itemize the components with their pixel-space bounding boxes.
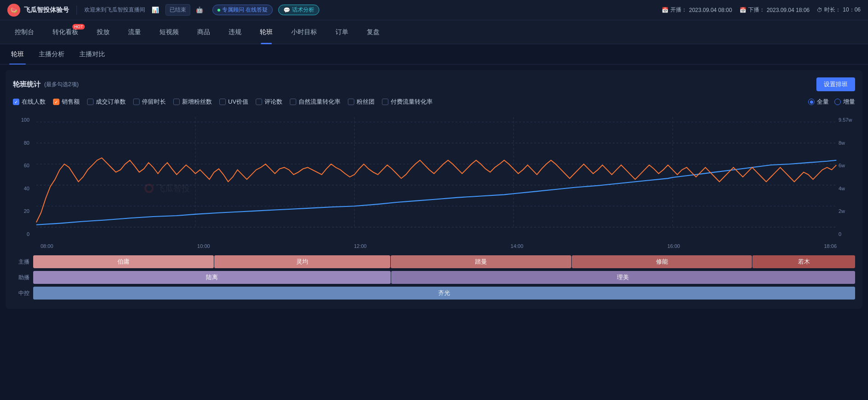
nav-item-traffic[interactable]: 流量 [121,20,148,44]
y-axis-left: 100 80 60 40 20 0 [13,112,31,241]
checkbox-natural-rate[interactable]: 自然流量转化率 [290,98,340,106]
radio-increment[interactable]: 增量 [834,98,855,106]
radio-full[interactable]: 全量 [808,98,829,106]
nav-item-orders[interactable]: 订单 [328,20,356,44]
host-segment-taman: 踏曼 [391,255,571,268]
assistant-segment-limei: 理美 [391,271,855,284]
checkbox-fans-group[interactable]: 粉丝团 [348,98,375,106]
time-info: 📅 开播： 2023.09.04 08:00 📅 下播： 2023.09.04 … [662,6,861,14]
stats-title: 轮班统计 (最多勾选2项) [13,80,79,89]
cb-paid-box [382,99,388,105]
checkbox-comments[interactable]: 评论数 [256,98,282,106]
control-schedule-row: 中控 齐光 [13,286,855,300]
end-time: 📅 下播： 2023.09.04 18:06 [739,6,809,14]
radio-increment-dot [834,99,841,105]
host-segment-lingjun: 灵均 [214,255,391,268]
nav-item-console[interactable]: 控制台 [7,20,41,44]
timeline: 08:00 10:00 12:00 14:00 16:00 18:06 [13,241,855,251]
cb-natural-box [290,99,296,105]
divider [76,6,77,15]
assistant-bar-container: 陆离 理美 [33,271,855,284]
clock-icon: ⏱ [817,7,822,13]
status-ended-badge: 已结束 [165,4,190,16]
host-schedule-row: 主播 伯庸 灵均 踏曼 修能 若木 [13,254,855,269]
control-bar-container: 齐光 [33,287,855,300]
checkbox-orders[interactable]: 成交订单数 [87,98,126,106]
control-label: 中控 [13,289,33,297]
assistant-schedule-row: 助播 陆离 理美 [13,270,855,285]
assistant-label: 助播 [13,274,33,282]
nav-item-products[interactable]: 商品 [190,20,217,44]
control-segment-qiguang: 齐光 [33,287,855,300]
nav-item-shifts[interactable]: 轮班 [252,20,280,44]
cb-sales-box: ✓ [53,99,59,105]
start-time: 📅 开播： 2023.09.04 08:00 [662,6,732,14]
chart-container: 100 80 60 40 20 0 9.57w 8w 6w 4w 2w 0 .g… [13,112,855,241]
main-nav: 控制台 转化看板 HOT 投放 流量 短视频 商品 违规 轮班 小时目标 订单 … [0,20,868,44]
host-segment-boyong: 伯庸 [33,255,214,268]
checkbox-newfans[interactable]: 新增粉丝数 [173,98,212,106]
setup-shift-button[interactable]: 设置排班 [816,77,855,91]
nav-item-hourly[interactable]: 小时目标 [284,20,324,44]
radio-group: 全量 增量 [808,98,855,106]
host-segment-ruomu: 若木 [752,255,855,268]
sub-nav-shifts[interactable]: 轮班 [9,44,26,65]
watermark-text: ⭕ 飞瓜智投 [144,183,189,194]
nav-item-placement[interactable]: 投放 [89,20,117,44]
logo-icon: 🍉 [7,4,20,17]
cb-fansgroup-box [348,99,354,105]
strategy-badge[interactable]: 💬 话术分析 [278,5,319,15]
sub-nav: 轮班 主播分析 主播对比 [0,44,868,65]
schedule-section: 主播 伯庸 灵均 踏曼 修能 若木 助播 [13,254,855,300]
y-axis-right: 9.57w 8w 6w 4w 2w 0 [837,112,855,241]
sub-nav-host-compare[interactable]: 主播对比 [77,44,107,65]
advisor-badge[interactable]: 专属顾问 在线答疑 [212,5,273,15]
nav-item-conversion[interactable]: 转化看板 HOT [45,20,86,44]
host-segment-xiuneng: 修能 [572,255,752,268]
checkbox-paid-rate[interactable]: 付费流量转化率 [382,98,433,106]
chart-icon: 📊 [151,6,160,13]
host-label: 主播 [13,258,33,266]
duration: ⏱ 时长： 10：06 [817,6,861,14]
host-bar-container: 伯庸 灵均 踏曼 修能 若木 [33,255,855,268]
stats-header: 轮班统计 (最多勾选2项) 设置排班 [13,77,855,91]
calendar-icon: 📅 [662,7,669,13]
checkbox-uv[interactable]: UV价值 [219,98,248,106]
strategy-icon: 💬 [283,7,290,13]
app-name: 飞瓜智投体验号 [24,6,69,14]
checkbox-online[interactable]: ✓ 在线人数 [13,98,46,106]
cb-uv-box [219,99,226,105]
assistant-segment-luli: 陆离 [33,271,391,284]
cb-newfans-box [173,99,180,105]
cb-online-box: ✓ [13,99,19,105]
checkboxes-row: ✓ 在线人数 ✓ 销售额 成交订单数 停留时长 新增粉丝数 UV价值 评论数 [13,98,855,106]
nav-item-violations[interactable]: 违规 [221,20,249,44]
nav-item-review[interactable]: 复盘 [359,20,387,44]
logo-area: 🍉 飞瓜智投体验号 [7,4,69,17]
cb-orders-box [87,99,94,105]
bot-icon: 🤖 [196,6,207,13]
calendar-icon2: 📅 [739,7,746,13]
checkbox-duration[interactable]: 停留时长 [133,98,166,106]
checkbox-sales[interactable]: ✓ 销售额 [53,98,80,106]
online-dot [217,9,220,12]
welcome-text: 欢迎来到飞瓜智投直播间 [84,6,145,14]
sub-nav-host-analysis[interactable]: 主播分析 [37,44,66,65]
cb-comments-box [256,99,262,105]
main-content: 轮班统计 (最多勾选2项) 设置排班 ✓ 在线人数 ✓ 销售额 成交订单数 停留… [6,70,862,309]
cb-duration-box [133,99,140,105]
top-bar: 🍉 飞瓜智投体验号 欢迎来到飞瓜智投直播间 📊 已结束 🤖 专属顾问 在线答疑 … [0,0,868,20]
radio-full-dot [808,99,815,105]
hot-badge: HOT [72,24,85,29]
nav-item-shortvideo[interactable]: 短视频 [152,20,186,44]
line-chart: .grid-line { stroke: #2a3550; stroke-wid… [13,112,855,241]
